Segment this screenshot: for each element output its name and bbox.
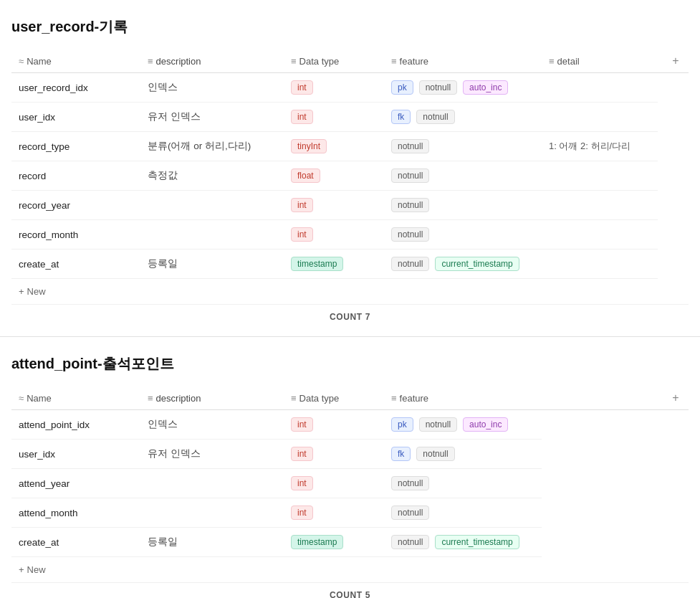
th-label-description: description: [156, 56, 201, 67]
feature-badge-fk: fk: [391, 110, 411, 124]
table-row[interactable]: attend_point_idx인덱스intpknotnullauto_inc: [11, 410, 689, 440]
th-label-feature: feature: [400, 393, 428, 404]
add-column-icon[interactable]: +: [670, 55, 681, 67]
th-icon-feature: ≡: [391, 56, 397, 67]
cell-detail: [542, 220, 658, 250]
feature-badge-notnull: notnull: [391, 169, 429, 183]
th-name-attend-point: ≈Name: [11, 386, 140, 410]
cell-name: record_month: [11, 220, 140, 250]
th-plus-user-record[interactable]: +: [658, 49, 689, 73]
cell-name: user_idx: [11, 440, 140, 469]
cell-feature: fknotnull: [384, 103, 542, 132]
cell-datatype: int: [284, 469, 384, 498]
cell-datatype: int: [284, 103, 384, 132]
cell-name: create_at: [11, 250, 140, 279]
datatype-badge: int: [291, 110, 313, 124]
cell-feature: notnull: [384, 132, 542, 161]
cell-feature: notnull: [384, 498, 542, 528]
plus-icon: +: [19, 286, 24, 297]
table-row[interactable]: attend_monthintnotnull: [11, 498, 689, 528]
cell-detail: [542, 250, 658, 279]
cell-name: user_record_idx: [11, 73, 140, 103]
new-label: New: [27, 286, 46, 297]
datatype-badge: int: [291, 198, 313, 212]
th-icon-name: ≈: [19, 393, 24, 404]
table-row[interactable]: user_idx유저 인덱스intfknotnull: [11, 103, 689, 132]
cell-detail: [542, 161, 658, 191]
new-row-cell[interactable]: + New: [11, 279, 689, 305]
table-title-attend-point: attend_point-출석포인트: [11, 354, 689, 374]
th-label-description: description: [156, 393, 201, 404]
datatype-badge: int: [291, 417, 313, 432]
feature-badge-fk: fk: [391, 447, 411, 461]
feature-badges-container: notnullcurrent_timestamp: [391, 535, 534, 549]
table-row[interactable]: record측정값floatnotnull: [11, 161, 689, 191]
table-row[interactable]: user_record_idx인덱스intpknotnullauto_inc: [11, 73, 689, 103]
new-label: New: [27, 564, 46, 575]
feature-badge-pk: pk: [391, 80, 413, 95]
feature-badge-notnull: notnull: [391, 227, 429, 242]
cell-datatype: int: [284, 191, 384, 220]
table-title-user-record: user_record-기록: [11, 17, 689, 37]
feature-badge-auto_inc: auto_inc: [463, 80, 508, 95]
feature-badges-container: pknotnullauto_inc: [391, 417, 534, 432]
th-detail-user-record: ≡detail: [542, 49, 658, 73]
th-plus-attend-point[interactable]: +: [542, 386, 689, 410]
cell-datatype: tinyInt: [284, 132, 384, 161]
feature-badge-pk: pk: [391, 417, 413, 432]
th-icon-feature: ≡: [391, 393, 397, 404]
cell-datatype: int: [284, 498, 384, 528]
new-row[interactable]: + New: [11, 557, 689, 583]
cell-description: 분류(어깨 or 허리,다리): [140, 132, 284, 161]
feature-badge-current_timestamp: current_timestamp: [435, 535, 519, 549]
feature-badge-notnull: notnull: [391, 198, 429, 212]
new-row-button[interactable]: + New: [19, 286, 681, 297]
datatype-badge: timestamp: [291, 535, 343, 549]
table-section-attend-point: attend_point-출석포인트≈Name≡description≡Data…: [0, 337, 700, 598]
feature-badges-container: pknotnullauto_inc: [391, 80, 534, 95]
cell-description: 등록일: [140, 528, 284, 557]
feature-badge-notnull: notnull: [416, 110, 454, 124]
table-row[interactable]: record_yearintnotnull: [11, 191, 689, 220]
datatype-badge: float: [291, 169, 320, 183]
cell-name: user_idx: [11, 103, 140, 132]
cell-feature: notnullcurrent_timestamp: [384, 528, 542, 557]
table-row[interactable]: create_at등록일timestampnotnullcurrent_time…: [11, 250, 689, 279]
new-row[interactable]: + New: [11, 279, 689, 305]
table-row[interactable]: attend_yearintnotnull: [11, 469, 689, 498]
feature-badges-container: notnull: [391, 506, 534, 520]
cell-feature: notnull: [384, 191, 542, 220]
cell-description: 등록일: [140, 250, 284, 279]
th-icon-detail: ≡: [549, 56, 555, 67]
cell-name: create_at: [11, 528, 140, 557]
cell-datatype: timestamp: [284, 250, 384, 279]
cell-name: record_year: [11, 191, 140, 220]
th-dataType-user-record: ≡Data type: [284, 49, 384, 73]
count-row: COUNT 5: [11, 583, 689, 598]
feature-badge-notnull: notnull: [391, 476, 429, 490]
th-label-name: Name: [27, 393, 52, 404]
table-row[interactable]: record_type분류(어깨 or 허리,다리)tinyIntnotnull…: [11, 132, 689, 161]
cell-detail: [542, 191, 658, 220]
th-feature-user-record: ≡feature: [384, 49, 542, 73]
feature-badge-notnull: notnull: [391, 506, 429, 520]
new-row-button[interactable]: + New: [19, 564, 681, 575]
add-column-icon[interactable]: +: [670, 392, 681, 404]
datatype-badge: int: [291, 476, 313, 490]
cell-feature: notnull: [384, 469, 542, 498]
th-label-dataType: Data type: [299, 56, 340, 67]
feature-badge-notnull: notnull: [419, 417, 457, 432]
table-row[interactable]: user_idx유저 인덱스intfknotnull: [11, 440, 689, 469]
th-label-feature: feature: [400, 56, 428, 67]
datatype-badge: int: [291, 80, 313, 95]
new-row-cell[interactable]: + New: [11, 557, 689, 583]
count-row: COUNT 7: [11, 305, 689, 325]
feature-badge-notnull: notnull: [391, 139, 429, 153]
table-row[interactable]: record_monthintnotnull: [11, 220, 689, 250]
cell-feature: notnull: [384, 161, 542, 191]
th-icon-description: ≡: [148, 56, 153, 67]
cell-datatype: float: [284, 161, 384, 191]
table-row[interactable]: create_at등록일timestampnotnullcurrent_time…: [11, 528, 689, 557]
cell-description: [140, 469, 284, 498]
count-label: COUNT: [330, 590, 365, 598]
